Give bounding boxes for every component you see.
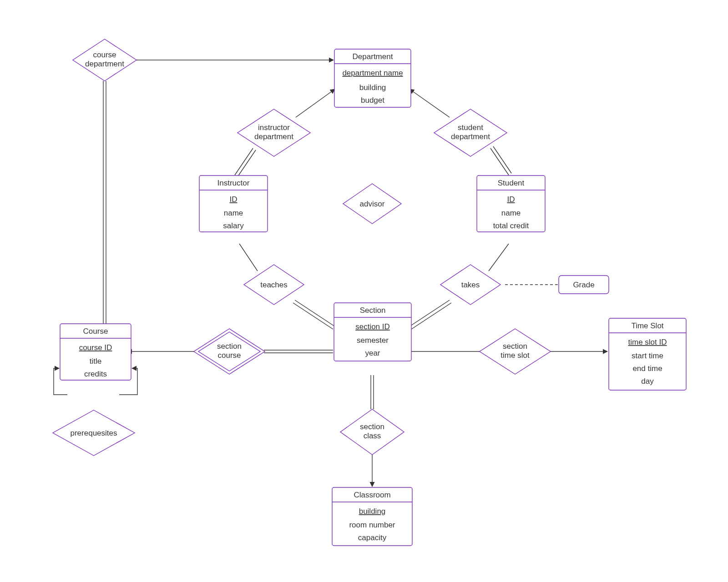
entity-attr: name — [501, 209, 521, 217]
relationship-teaches: teaches — [244, 265, 304, 305]
edge-takes-to-student — [489, 244, 509, 271]
entity-instructor: Instructor ID name salary — [199, 176, 268, 232]
entity-timeslot: Time Slot time slot ID start time end ti… — [609, 318, 686, 390]
rel-label: advisor — [360, 200, 385, 208]
entity-attr: budget — [361, 96, 384, 105]
entity-attr: end time — [632, 364, 662, 373]
entity-title: Course — [83, 327, 108, 336]
entity-student: Student ID name total credit — [477, 176, 545, 232]
entity-pk: ID — [507, 195, 515, 204]
relationship-instructor-department: instructor department — [238, 109, 310, 156]
edge-teaches-to-instructor — [239, 244, 258, 271]
rel-label: time slot — [500, 351, 530, 360]
rel-label: instructor — [258, 123, 290, 132]
entity-attr: room number — [349, 521, 395, 529]
entity-attr: capacity — [358, 533, 387, 542]
entity-classroom: Classroom building room number capacity — [332, 487, 412, 546]
entity-attr: day — [641, 377, 654, 386]
entity-section: Section section ID semester year — [334, 303, 411, 361]
rel-label: course — [217, 351, 241, 360]
entity-pk: section ID — [355, 322, 390, 331]
entity-title: Time Slot — [631, 321, 663, 330]
edge-takes-to-section-a — [410, 300, 450, 326]
entity-attr: total credit — [493, 221, 529, 230]
rel-label: section — [360, 422, 384, 431]
entity-attr: title — [90, 357, 101, 366]
entity-title: Section — [360, 306, 386, 315]
er-diagram: Department department name building budg… — [0, 0, 728, 582]
rel-label: section — [217, 342, 242, 351]
entity-pk: ID — [230, 195, 238, 204]
edge-stud-dept-to-department — [410, 89, 450, 117]
edge-stud-dept-to-student-b — [493, 146, 511, 173]
edge-instr-dept-to-instructor-b — [238, 150, 256, 177]
relationship-advisor: advisor — [343, 184, 401, 224]
edge-takes-to-section-b — [411, 303, 451, 329]
edge-instr-dept-to-instructor-a — [235, 148, 253, 175]
attr-label: Grade — [573, 281, 594, 289]
rel-label: takes — [461, 281, 480, 289]
relationship-section-class: section class — [340, 409, 404, 455]
relationship-section-timeslot: section time slot — [480, 329, 551, 374]
edge-instr-dept-to-department — [296, 89, 335, 117]
entity-title: Student — [498, 179, 525, 187]
relationship-section-course: section course — [194, 329, 265, 374]
entity-attr: salary — [223, 221, 244, 230]
entity-attr: year — [365, 349, 380, 357]
rel-label: section — [503, 342, 527, 351]
entity-department: Department department name building budg… — [334, 49, 411, 107]
rel-label: course — [93, 50, 116, 59]
rel-label: department — [254, 132, 293, 141]
rel-label: teaches — [260, 281, 288, 289]
entity-attr: credits — [84, 370, 107, 378]
entity-title: Instructor — [217, 179, 250, 187]
entity-title: Classroom — [354, 491, 390, 499]
edge-teaches-to-section-b — [293, 303, 333, 329]
rel-label: prerequesites — [70, 429, 117, 437]
rel-label: class — [364, 431, 381, 440]
entity-attr: semester — [357, 336, 389, 345]
entity-pk: course ID — [79, 343, 112, 352]
entity-attr: name — [224, 209, 243, 217]
attribute-grade: Grade — [559, 276, 609, 294]
relationship-prerequisites: prerequesites — [53, 410, 135, 456]
entity-title: Department — [353, 52, 393, 61]
entity-attr: building — [359, 83, 386, 92]
rel-label: department — [451, 132, 490, 141]
entity-course: Course course ID title credits — [60, 324, 131, 380]
relationship-student-department: student department — [434, 109, 507, 156]
relationship-takes: takes — [440, 265, 500, 305]
edge-stud-dept-to-student-a — [490, 148, 509, 175]
entity-attr: start time — [632, 351, 663, 360]
entity-pk: building — [359, 507, 386, 516]
entity-pk: time slot ID — [628, 338, 667, 346]
relationship-course-department: course department — [73, 39, 136, 81]
rel-label: department — [85, 60, 124, 68]
edge-teaches-to-section-a — [295, 300, 335, 326]
rel-label: student — [458, 123, 483, 132]
entity-pk: department name — [342, 69, 403, 77]
